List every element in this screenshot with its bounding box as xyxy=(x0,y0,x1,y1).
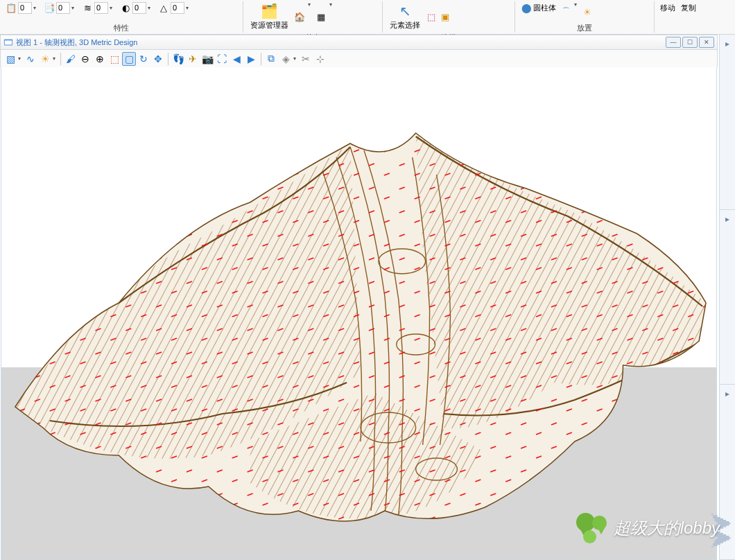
move-label[interactable]: 移动 xyxy=(659,1,677,14)
adjust-button[interactable]: ∿ xyxy=(24,52,37,66)
dropdown-icon[interactable]: ▾ xyxy=(574,1,579,8)
crosshair-button[interactable]: ⊹ xyxy=(313,52,327,66)
rail-tab-2[interactable]: ▸ xyxy=(720,210,735,385)
spinner-4[interactable]: △0▾ xyxy=(157,1,192,14)
spinner-icon: 📑 xyxy=(44,2,55,13)
group-properties-label: 特性 xyxy=(4,22,239,34)
tools-button[interactable]: ✂ xyxy=(299,52,313,66)
dropdown-icon[interactable]: ▾ xyxy=(33,5,38,11)
spinner-row: 📋0▾📑0▾≋0▾◐0▾△0▾ xyxy=(4,0,239,22)
dropdown-icon[interactable]: ▾ xyxy=(53,55,58,62)
copy-view-button[interactable]: ⧉ xyxy=(264,52,278,66)
minimize-button[interactable]: — xyxy=(666,37,681,48)
camera-button[interactable]: 📷 xyxy=(200,52,214,66)
prev-view-button[interactable]: ◀ xyxy=(230,52,243,66)
dropdown-icon[interactable]: ▾ xyxy=(293,55,298,62)
resource-manager-label: 资源管理器 xyxy=(250,20,288,30)
view-title: 视图 1 - 轴测视图, 3D Metric Design xyxy=(16,37,137,48)
view-toolbar: ▧▾ ∿ ☀▾ 🖌 ⊖ ⊕ ⬚ ▢ ↻ ✥ 👣 ✈ 📷 ⛶ ◀ ▶ ⧉ ◈▾ ✂… xyxy=(0,50,718,67)
dropdown-icon[interactable]: ▾ xyxy=(308,1,313,8)
select-fence-icon[interactable]: ⬚ xyxy=(426,11,437,22)
right-panel-rail: ▸ ▸ ▸ xyxy=(719,35,735,560)
dropdown-icon[interactable]: ▾ xyxy=(18,55,23,62)
spinner-icon: △ xyxy=(158,2,169,13)
terrain-model xyxy=(1,67,716,559)
cylinder-icon: ⬤ xyxy=(521,2,532,13)
zoom-out-button[interactable]: ⊖ xyxy=(78,52,92,66)
clip-button[interactable]: ◈ xyxy=(279,52,293,66)
cursor-icon: ↖ xyxy=(397,3,413,19)
sun-icon[interactable]: ☀ xyxy=(582,6,593,17)
spinner-icon: ◐ xyxy=(120,2,131,13)
resource-manager-button[interactable]: 🗂️ 资源管理器 xyxy=(248,1,291,32)
copy-label[interactable]: 复制 xyxy=(680,1,698,14)
pan-button[interactable]: ✥ xyxy=(151,52,165,66)
view-window: 视图 1 - 轴测视图, 3D Metric Design — ☐ ✕ ▧▾ ∿… xyxy=(0,35,718,560)
dropdown-icon[interactable]: ▾ xyxy=(148,5,153,11)
spinner-1[interactable]: 📑0▾ xyxy=(42,1,78,14)
spinner-value[interactable]: 0 xyxy=(171,2,184,14)
display-style-button[interactable]: ▧ xyxy=(3,52,17,66)
ribbon: 📋0▾📑0▾≋0▾◐0▾△0▾ 特性 🗂️ 资源管理器 🏠 ▾ ▦ ▾ 基本 ↖… xyxy=(0,0,735,35)
group-place-label: 放置 xyxy=(519,22,650,34)
folder-icon: 🗂️ xyxy=(261,3,278,19)
zoom-window-button[interactable]: 🖌 xyxy=(64,52,78,66)
select-box-icon[interactable]: ▣ xyxy=(440,11,451,22)
spinner-icon: ≋ xyxy=(82,2,93,13)
view-icon xyxy=(3,37,13,47)
close-button[interactable]: ✕ xyxy=(699,37,714,48)
rail-tab-3[interactable]: ▸ xyxy=(720,385,735,560)
cylinder-button[interactable]: ⬤ 圆柱体 xyxy=(519,1,557,14)
rotate-button[interactable]: ↻ xyxy=(137,52,150,66)
element-select-label: 元素选择 xyxy=(390,20,420,30)
cylinder-label: 圆柱体 xyxy=(533,3,556,13)
element-select-button[interactable]: ↖ 元素选择 xyxy=(387,1,423,32)
view-titlebar[interactable]: 视图 1 - 轴测视图, 3D Metric Design — ☐ ✕ xyxy=(0,35,718,50)
viewport-3d[interactable] xyxy=(1,67,717,560)
spinner-value[interactable]: 0 xyxy=(56,2,70,14)
maximize-button[interactable]: ☐ xyxy=(682,37,698,48)
fly-button[interactable]: ✈ xyxy=(186,52,200,66)
home-icon[interactable]: 🏠 xyxy=(294,11,305,22)
dropdown-icon[interactable]: ▾ xyxy=(186,5,191,11)
rail-tab-1[interactable]: ▸ xyxy=(720,35,735,210)
walk-button[interactable]: 👣 xyxy=(171,52,185,66)
svg-rect-10 xyxy=(1,67,716,559)
zoom-select-button[interactable]: ⬚ xyxy=(107,52,121,66)
fit-button[interactable]: ⛶ xyxy=(215,52,229,66)
window-area-button[interactable]: ▢ xyxy=(122,52,136,66)
arc-icon[interactable]: ⌒ xyxy=(560,6,571,17)
dropdown-icon[interactable]: ▾ xyxy=(329,1,334,8)
dropdown-icon[interactable]: ▾ xyxy=(110,5,114,11)
dropdown-icon[interactable]: ▾ xyxy=(71,5,76,11)
spinner-icon: 📋 xyxy=(6,2,17,13)
grid-icon[interactable]: ▦ xyxy=(315,11,327,22)
window-controls: — ☐ ✕ xyxy=(666,37,714,48)
zoom-in-button[interactable]: ⊕ xyxy=(93,52,107,66)
spinner-3[interactable]: ◐0▾ xyxy=(119,1,154,14)
sun-button[interactable]: ☀ xyxy=(38,52,52,66)
spinner-value[interactable]: 0 xyxy=(94,2,108,14)
svg-rect-1 xyxy=(5,40,12,44)
spinner-0[interactable]: 📋0▾ xyxy=(4,1,40,14)
spinner-value[interactable]: 0 xyxy=(18,2,32,14)
spinner-2[interactable]: ≋0▾ xyxy=(80,1,116,14)
next-view-button[interactable]: ▶ xyxy=(244,52,258,66)
spinner-value[interactable]: 0 xyxy=(132,2,146,14)
